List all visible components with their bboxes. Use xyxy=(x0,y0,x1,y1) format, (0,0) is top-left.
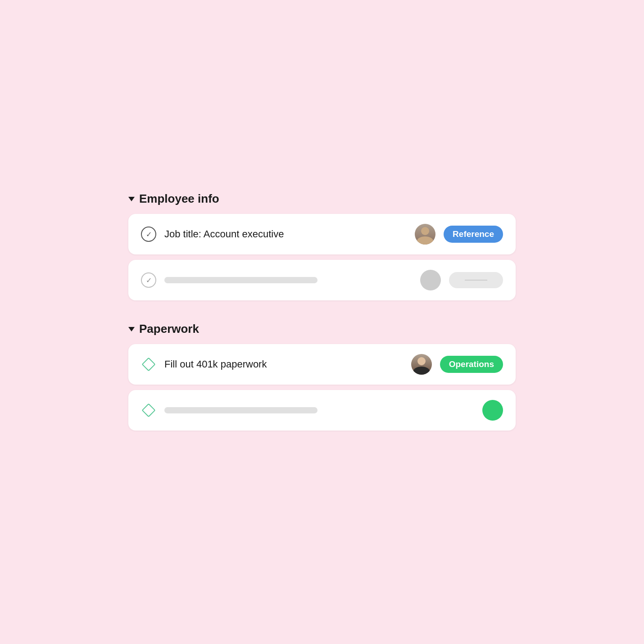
paperwork-header[interactable]: Paperwork xyxy=(128,322,516,336)
badge-skeleton-1 xyxy=(449,272,503,288)
job-title-card[interactable]: ✓ Job title: Account executive Reference xyxy=(128,214,516,254)
employee-info-title: Employee info xyxy=(139,192,219,206)
avatar-woman xyxy=(411,354,432,375)
avatar-green xyxy=(482,400,503,421)
skeleton-text-1 xyxy=(164,277,317,283)
check-icon-completed: ✓ xyxy=(141,227,156,242)
401k-card[interactable]: Fill out 401k paperwork Operations xyxy=(128,344,516,385)
main-content: Employee info ✓ Job title: Account execu… xyxy=(128,192,516,452)
skeleton-text-2 xyxy=(164,407,317,413)
avatar-gray xyxy=(420,270,441,290)
chevron-down-icon xyxy=(128,197,135,201)
diamond-icon-1 xyxy=(141,357,156,372)
reference-badge[interactable]: Reference xyxy=(444,226,503,243)
employee-info-header[interactable]: Employee info xyxy=(128,192,516,206)
employee-placeholder-card: ✓ xyxy=(128,260,516,300)
employee-info-section: Employee info ✓ Job title: Account execu… xyxy=(128,192,516,300)
job-title-text: Job title: Account executive xyxy=(164,228,407,240)
401k-text: Fill out 401k paperwork xyxy=(164,358,403,370)
avatar-man xyxy=(415,224,435,245)
paperwork-section: Paperwork Fill out 401k paperwork Operat… xyxy=(128,322,516,431)
operations-badge[interactable]: Operations xyxy=(440,356,503,373)
chevron-down-icon-2 xyxy=(128,327,135,331)
paperwork-title: Paperwork xyxy=(139,322,199,336)
paperwork-placeholder-card xyxy=(128,390,516,431)
diamond-icon-2 xyxy=(141,403,156,418)
check-icon-empty: ✓ xyxy=(141,272,156,288)
